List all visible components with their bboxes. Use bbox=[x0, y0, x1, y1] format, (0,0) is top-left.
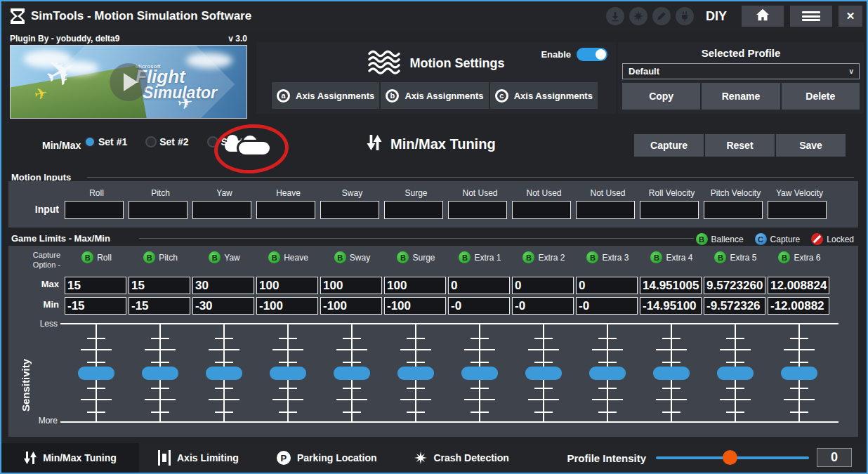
limit-col-header-extra-2: BExtra 2 bbox=[512, 251, 576, 263]
sensitivity-bottom-line bbox=[60, 421, 839, 423]
slider-handle[interactable] bbox=[142, 367, 178, 380]
max-field-extra-4[interactable]: 14.951005 bbox=[640, 277, 702, 294]
min-field-extra-5[interactable]: -9.572326 bbox=[704, 297, 765, 315]
tab-crash-detection[interactable]: Crash Detection bbox=[395, 443, 527, 473]
reset-button[interactable]: Reset bbox=[705, 134, 775, 157]
slider-tick bbox=[407, 412, 425, 413]
tab-min-max-tuning[interactable]: Min/Max Tuning bbox=[1, 443, 139, 473]
limit-col-header-pitch: BPitch bbox=[129, 251, 192, 263]
radio-set-2[interactable]: Set #2 bbox=[145, 136, 188, 147]
input-field-9-roll-velocity[interactable] bbox=[640, 201, 699, 219]
parking-icon: P bbox=[277, 451, 291, 465]
input-field-7-not-used[interactable] bbox=[512, 201, 571, 219]
min-field-roll[interactable]: -15 bbox=[65, 297, 126, 315]
max-field-yaw[interactable]: 30 bbox=[192, 277, 254, 294]
min-field-yaw[interactable]: -30 bbox=[192, 297, 254, 315]
min-field-extra-2[interactable]: -0 bbox=[512, 297, 574, 315]
profile-intensity-value[interactable]: 0 bbox=[817, 448, 852, 467]
tab-parking-location[interactable]: PParking Location bbox=[258, 443, 396, 473]
plug-icon[interactable] bbox=[676, 7, 694, 25]
chevron-down-icon: v bbox=[849, 67, 853, 75]
save-button[interactable]: Save bbox=[776, 134, 846, 157]
limit-col-label: Yaw bbox=[224, 253, 239, 263]
rename-button[interactable]: Rename bbox=[702, 83, 780, 110]
slider-handle[interactable] bbox=[334, 367, 370, 380]
min-field-extra-1[interactable]: -0 bbox=[448, 297, 510, 315]
slider-handle[interactable] bbox=[781, 367, 817, 380]
max-field-extra-6[interactable]: 12.008824 bbox=[768, 277, 829, 294]
slider-tick bbox=[279, 338, 297, 339]
max-field-extra-5[interactable]: 9.5723260 bbox=[704, 277, 765, 294]
groupbox-line bbox=[87, 177, 854, 178]
home-button[interactable] bbox=[742, 6, 784, 27]
input-field-6-not-used[interactable] bbox=[448, 201, 507, 219]
slider-tick bbox=[81, 349, 112, 350]
max-field-extra-1[interactable]: 0 bbox=[448, 277, 510, 294]
edit-icon[interactable] bbox=[652, 7, 671, 25]
sensitivity-slider-extra-1 bbox=[448, 323, 512, 423]
profile-intensity-handle[interactable] bbox=[723, 450, 737, 465]
tab-axis-limiting[interactable]: Axis Limiting bbox=[139, 443, 258, 473]
download-icon[interactable] bbox=[606, 7, 624, 25]
slider-tick bbox=[279, 362, 297, 363]
min-field-surge[interactable]: -100 bbox=[384, 297, 446, 315]
min-field-extra-4[interactable]: -14.95100 bbox=[640, 297, 702, 315]
balance-b-icon: B bbox=[459, 251, 471, 263]
max-field-roll[interactable]: 15 bbox=[65, 277, 126, 294]
input-field-11-yaw-velocity[interactable] bbox=[768, 201, 827, 219]
selected-profile-title: Selected Profile bbox=[618, 47, 864, 59]
slider-tick bbox=[215, 362, 233, 363]
max-values-row: 15153010010010000014.9510059.572326012.0… bbox=[65, 277, 831, 294]
min-field-pitch[interactable]: -15 bbox=[129, 297, 190, 315]
input-field-2-yaw[interactable] bbox=[192, 201, 251, 219]
sensitivity-slider-roll bbox=[65, 323, 129, 423]
max-field-sway[interactable]: 100 bbox=[320, 277, 382, 294]
game-video-thumbnail[interactable]: ✈ ✈ ✈ Microsoft Flight Simulator bbox=[10, 45, 247, 119]
play-button[interactable] bbox=[110, 63, 147, 101]
slider-handle[interactable] bbox=[78, 367, 114, 380]
radio-set-1[interactable]: Set #1 bbox=[84, 136, 127, 147]
max-field-extra-2[interactable]: 0 bbox=[512, 277, 574, 294]
input-field-8-not-used[interactable] bbox=[576, 201, 635, 219]
slider-handle[interactable] bbox=[461, 367, 498, 380]
menu-button[interactable] bbox=[790, 6, 832, 27]
axis-assignments-button-a[interactable]: aAxis Assignments bbox=[272, 82, 379, 109]
burst-icon[interactable] bbox=[629, 7, 647, 25]
legend-label: Ballence bbox=[711, 235, 744, 244]
delete-button[interactable]: Delete bbox=[782, 83, 860, 110]
slider-handle[interactable] bbox=[206, 367, 242, 380]
profile-dropdown[interactable]: Default v bbox=[622, 63, 860, 79]
slider-handle[interactable] bbox=[653, 367, 690, 380]
enable-toggle[interactable] bbox=[577, 48, 607, 61]
slider-handle[interactable] bbox=[397, 367, 434, 380]
max-field-extra-3[interactable]: 0 bbox=[576, 277, 638, 294]
input-field-4-sway[interactable] bbox=[320, 201, 379, 219]
slider-handle[interactable] bbox=[589, 367, 626, 380]
copy-button[interactable]: Copy bbox=[622, 83, 700, 110]
axis-assignments-button-b[interactable]: bAxis Assignments bbox=[381, 82, 488, 109]
input-col-header-pitch-velocity: Pitch Velocity bbox=[704, 188, 768, 198]
input-field-10-pitch-velocity[interactable] bbox=[704, 201, 763, 219]
slider-handle[interactable] bbox=[525, 367, 562, 380]
close-icon: ✕ bbox=[846, 10, 855, 22]
sensitivity-slider-pitch bbox=[129, 323, 192, 423]
close-button[interactable]: ✕ bbox=[839, 6, 862, 27]
motion-inputs-panel: RollPitchYawHeaveSwaySurgeNot UsedNot Us… bbox=[8, 181, 858, 228]
video-game-title: Microsoft Flight Simulator bbox=[136, 64, 217, 100]
input-field-0-roll[interactable] bbox=[65, 201, 124, 219]
axis-assignments-button-c[interactable]: cAxis Assignments bbox=[490, 82, 598, 109]
max-field-heave[interactable]: 100 bbox=[256, 277, 318, 294]
min-field-sway[interactable]: -100 bbox=[320, 297, 382, 315]
max-field-surge[interactable]: 100 bbox=[384, 277, 446, 294]
input-field-5-surge[interactable] bbox=[384, 201, 443, 219]
slider-handle[interactable] bbox=[270, 367, 306, 380]
slider-handle[interactable] bbox=[717, 367, 754, 380]
min-field-heave[interactable]: -100 bbox=[256, 297, 318, 315]
max-field-pitch[interactable]: 15 bbox=[129, 277, 190, 294]
input-field-3-heave[interactable] bbox=[256, 201, 315, 219]
capture-button[interactable]: Capture bbox=[634, 134, 704, 157]
min-field-extra-6[interactable]: -12.00882 bbox=[768, 297, 829, 315]
slider-tick bbox=[407, 338, 425, 339]
min-field-extra-3[interactable]: -0 bbox=[576, 297, 638, 315]
input-field-1-pitch[interactable] bbox=[129, 201, 188, 219]
